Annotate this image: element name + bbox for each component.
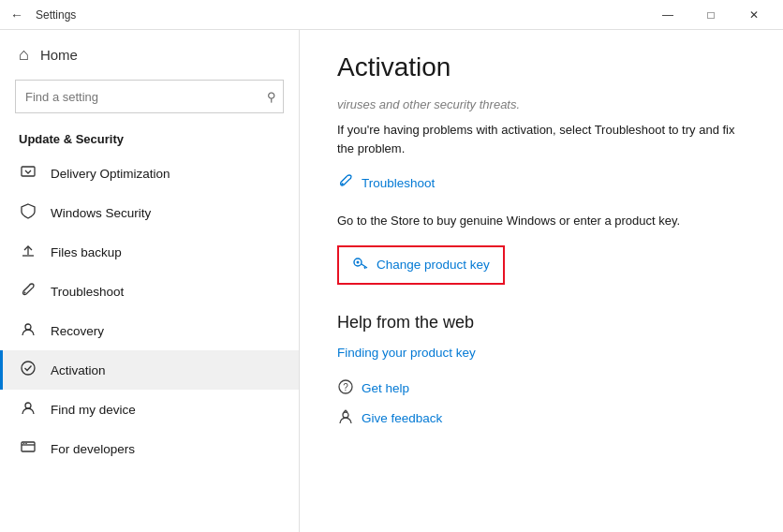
sidebar-item-activation[interactable]: Activation bbox=[0, 350, 299, 390]
troubleshoot-link-item[interactable]: Troubleshoot bbox=[337, 172, 746, 193]
sidebar-item-label-activation: Activation bbox=[51, 363, 106, 377]
sidebar-section-title: Update & Security bbox=[0, 125, 299, 154]
main-content: Activation viruses and other security th… bbox=[300, 30, 783, 532]
activation-icon bbox=[19, 360, 37, 380]
svg-point-5 bbox=[25, 403, 31, 408]
svg-point-17 bbox=[343, 412, 348, 418]
shield-icon bbox=[19, 202, 37, 223]
key-icon bbox=[352, 255, 369, 275]
change-product-key-button[interactable]: Change product key bbox=[337, 245, 505, 285]
sidebar-search-area: ⚲ bbox=[0, 80, 299, 125]
troubleshoot-link-icon bbox=[337, 172, 354, 193]
minimize-button[interactable]: — bbox=[646, 0, 689, 30]
app-title: Settings bbox=[36, 8, 76, 22]
sidebar-item-label-troubleshoot: Troubleshoot bbox=[51, 285, 124, 299]
search-icon: ⚲ bbox=[267, 90, 276, 104]
svg-point-2 bbox=[24, 292, 26, 294]
search-input[interactable] bbox=[15, 80, 284, 113]
svg-line-13 bbox=[364, 267, 365, 269]
sidebar-item-recovery[interactable]: Recovery bbox=[0, 311, 299, 350]
sidebar-item-label-backup: Files backup bbox=[51, 245, 122, 259]
svg-point-9 bbox=[25, 443, 27, 445]
get-help-text: Get help bbox=[362, 381, 409, 395]
sidebar-item-delivery[interactable]: Delivery Optimization bbox=[0, 154, 299, 193]
svg-point-8 bbox=[23, 443, 25, 445]
recovery-icon bbox=[19, 320, 37, 341]
sidebar-item-label-security: Windows Security bbox=[51, 206, 151, 220]
sidebar-item-backup[interactable]: Files backup bbox=[0, 232, 299, 272]
finddevice-icon bbox=[19, 399, 37, 420]
sidebar-item-troubleshoot[interactable]: Troubleshoot bbox=[0, 272, 299, 311]
sidebar-item-finddevice[interactable]: Find my device bbox=[0, 390, 299, 429]
sidebar-item-label-developers: For developers bbox=[51, 442, 135, 456]
svg-point-3 bbox=[25, 324, 31, 330]
sidebar-item-label-recovery: Recovery bbox=[51, 324, 104, 338]
close-button[interactable]: ✕ bbox=[732, 0, 776, 30]
sidebar-home-item[interactable]: ⌂ Home bbox=[0, 30, 299, 80]
scrolled-text: viruses and other security threats. bbox=[337, 97, 746, 111]
help-section-title: Help from the web bbox=[337, 313, 746, 332]
svg-point-10 bbox=[341, 183, 343, 185]
sidebar-item-label-finddevice: Find my device bbox=[51, 403, 136, 417]
get-help-icon: ? bbox=[337, 378, 354, 399]
sidebar-item-security[interactable]: Windows Security bbox=[0, 193, 299, 232]
finding-key-link[interactable]: Finding your product key bbox=[337, 346, 746, 360]
feedback-icon bbox=[337, 408, 354, 429]
backup-icon bbox=[19, 242, 37, 262]
svg-rect-0 bbox=[22, 167, 35, 176]
title-bar: ← Settings — □ ✕ bbox=[0, 0, 783, 30]
troubleshoot-link-text: Troubleshoot bbox=[362, 176, 435, 190]
home-label: Home bbox=[40, 47, 78, 63]
activation-description: If you're having problems with activatio… bbox=[337, 121, 746, 157]
svg-point-14 bbox=[357, 260, 360, 263]
give-feedback-text: Give feedback bbox=[362, 411, 442, 425]
wrench-icon bbox=[19, 281, 37, 302]
delivery-icon bbox=[19, 163, 37, 184]
sidebar-item-label-delivery: Delivery Optimization bbox=[51, 167, 170, 181]
window-controls: — □ ✕ bbox=[646, 0, 776, 30]
sidebar-item-developers[interactable]: For developers bbox=[0, 429, 299, 468]
home-icon: ⌂ bbox=[19, 45, 29, 65]
sidebar: ⌂ Home ⚲ Update & Security Delivery Opti… bbox=[0, 30, 300, 532]
developers-icon bbox=[19, 438, 37, 459]
change-product-key-text: Change product key bbox=[377, 258, 490, 272]
get-help-link-item[interactable]: ? Get help bbox=[337, 378, 746, 399]
give-feedback-link-item[interactable]: Give feedback bbox=[337, 408, 746, 429]
back-button[interactable]: ← bbox=[7, 6, 26, 24]
svg-point-4 bbox=[22, 362, 35, 375]
app-body: ⌂ Home ⚲ Update & Security Delivery Opti… bbox=[0, 30, 783, 532]
svg-text:?: ? bbox=[343, 382, 348, 392]
maximize-button[interactable]: □ bbox=[689, 0, 732, 30]
page-title: Activation bbox=[337, 30, 746, 97]
store-description: Go to the Store to buy genuine Windows o… bbox=[337, 212, 746, 230]
